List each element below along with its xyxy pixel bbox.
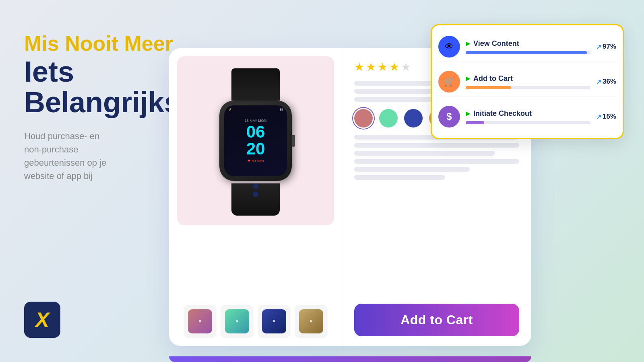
watch-band-top — [231, 68, 280, 101]
battery-icon: ▮▮ — [280, 108, 283, 111]
eye-icon: 👁 — [445, 41, 454, 52]
card-bottom-bar — [169, 356, 531, 362]
add-to-cart-label: ▶ Add to Cart — [466, 74, 590, 83]
watch-body: ⚡ ▮▮ 15 MAY MON 06 20 ❤ 80 bpm — [219, 101, 292, 181]
star-4: ★ — [389, 60, 399, 74]
view-content-text: View Content — [473, 39, 519, 48]
text-line-8 — [354, 167, 470, 172]
initiate-checkout-bar-fill — [466, 121, 484, 124]
watch-visual: ⚡ ▮▮ 15 MAY MON 06 20 ❤ 80 bpm — [199, 68, 312, 213]
subtitle-text: Houd purchase- ennon-purchasegebeurtenis… — [24, 130, 177, 183]
thumbnail-mint[interactable]: ✕ — [221, 305, 254, 338]
initiate-checkout-content: ▶ Initiate Checkout — [466, 109, 590, 124]
view-content-label: ▶ View Content — [466, 39, 590, 48]
logo-letter: X — [35, 309, 50, 330]
star-2: ★ — [366, 60, 376, 74]
watch-screen: ⚡ ▮▮ 15 MAY MON 06 20 ❤ 80 bpm — [224, 105, 287, 176]
initiate-checkout-percent: ↗ 15% — [596, 113, 616, 121]
watch-heart-rate: ❤ 80 bpm — [248, 159, 264, 163]
product-image-main: ⚡ ▮▮ 15 MAY MON 06 20 ❤ 80 bpm — [177, 56, 334, 225]
thumb-label-tan: ✕ — [299, 309, 323, 333]
product-image-section: ⚡ ▮▮ 15 MAY MON 06 20 ❤ 80 bpm — [169, 48, 342, 346]
watch-time-hour: 06 — [246, 123, 265, 140]
view-content-percent-arrow: ↗ — [596, 43, 601, 51]
cart-icon: 🛒 — [444, 76, 455, 87]
thumbnail-tan[interactable]: ✕ — [295, 305, 328, 338]
events-panel: 👁 ▶ View Content ↗ 97% 🛒 — [431, 24, 624, 139]
swatch-mint[interactable] — [379, 109, 398, 128]
initiate-checkout-text: Initiate Checkout — [473, 109, 532, 118]
text-line-7 — [354, 159, 519, 164]
add-to-cart-percent-value: 36% — [603, 78, 616, 86]
main-container: Mis Nooit Meer Iets Belangrijks Houd pur… — [0, 0, 644, 362]
thumbnail-navy[interactable]: ✕ — [258, 305, 291, 338]
initiate-checkout-bar-bg — [466, 121, 590, 124]
add-to-cart-arrow: ▶ — [466, 75, 470, 82]
add-to-cart-bar-fill — [466, 86, 511, 89]
event-initiate-checkout: $ ▶ Initiate Checkout ↗ 15% — [438, 102, 616, 132]
thumb-watch-tan: ✕ — [299, 309, 323, 333]
headline-dark: Iets Belangrijks — [24, 57, 177, 117]
event-add-to-cart: 🛒 ▶ Add to Cart ↗ 36% — [438, 67, 616, 97]
band-hole-1 — [253, 183, 258, 189]
thumb-watch-navy: ✕ — [262, 309, 286, 333]
text-line-5 — [354, 143, 519, 148]
add-to-cart-percent: ↗ 36% — [596, 78, 616, 86]
thumb-label-mint: ✕ — [225, 309, 249, 333]
thumb-watch-rose: ✕ — [188, 309, 212, 333]
add-to-cart-icon-circle: 🛒 — [438, 71, 460, 93]
add-to-cart-bar-bg — [466, 86, 590, 89]
thumbnail-row: ✕ ✕ ✕ ✕ — [177, 301, 334, 338]
view-content-percent-value: 97% — [603, 43, 616, 51]
dollar-icon: $ — [446, 111, 452, 122]
add-to-cart-content: ▶ Add to Cart — [466, 74, 590, 89]
add-to-cart-percent-arrow: ↗ — [596, 78, 601, 86]
add-to-cart-text: Add to Cart — [473, 74, 513, 83]
initiate-checkout-percent-arrow: ↗ — [596, 113, 601, 121]
swatch-rose[interactable] — [354, 109, 373, 128]
text-line-9 — [354, 175, 445, 180]
add-to-cart-button[interactable]: Add to Cart — [354, 304, 519, 336]
view-content-arrow: ▶ — [466, 40, 470, 47]
swatch-navy[interactable] — [404, 109, 423, 128]
initiate-checkout-icon-circle: $ — [438, 106, 460, 128]
star-3: ★ — [378, 60, 388, 74]
initiate-checkout-percent-value: 15% — [603, 113, 616, 121]
star-5: ★ — [401, 60, 411, 74]
headline-yellow: Mis Nooit Meer — [24, 32, 177, 55]
text-line-6 — [354, 151, 495, 156]
view-content-bar-fill — [466, 51, 587, 54]
thumbnail-rose[interactable]: ✕ — [184, 305, 217, 338]
watch-band-bottom — [231, 183, 280, 216]
view-content-content: ▶ View Content — [466, 39, 590, 54]
view-content-bar-bg — [466, 51, 590, 54]
bluetooth-icon: ⚡ — [228, 108, 232, 111]
thumb-watch-mint: ✕ — [225, 309, 249, 333]
watch-button — [292, 135, 295, 147]
event-view-content: 👁 ▶ View Content ↗ 97% — [438, 32, 616, 62]
left-section: Mis Nooit Meer Iets Belangrijks Houd pur… — [24, 32, 177, 183]
thumb-label-navy: ✕ — [262, 309, 286, 333]
band-hole-2 — [253, 191, 258, 197]
view-content-percent: ↗ 97% — [596, 43, 616, 51]
watch-time-min: 20 — [246, 140, 265, 157]
initiate-checkout-label: ▶ Initiate Checkout — [466, 109, 590, 118]
initiate-checkout-arrow: ▶ — [466, 110, 470, 117]
watch-status-bar: ⚡ ▮▮ — [224, 108, 287, 111]
view-content-icon-circle: 👁 — [438, 36, 460, 58]
product-text-lines-2 — [354, 135, 519, 296]
star-1: ★ — [354, 60, 364, 74]
thumb-label-rose: ✕ — [188, 309, 212, 333]
logo-box: X — [24, 302, 60, 338]
